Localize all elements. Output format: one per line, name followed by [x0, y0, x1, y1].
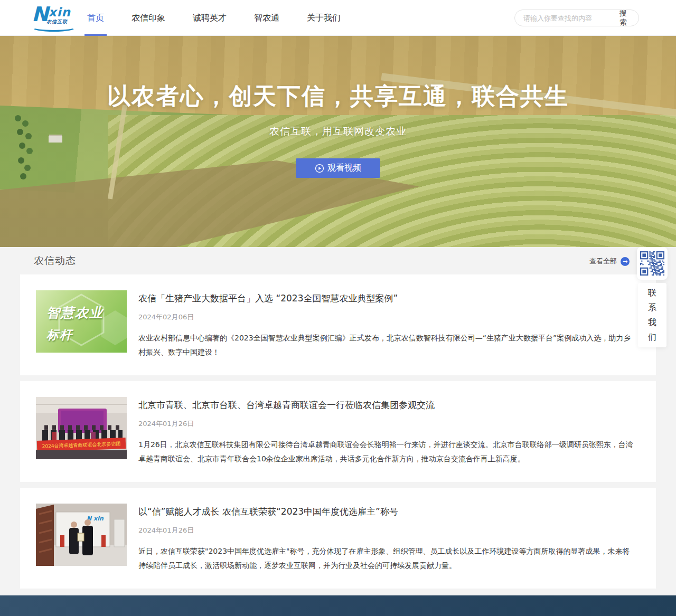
news-thumbnail-smart-agriculture: 智慧农业 标杆: [36, 290, 127, 353]
news-title[interactable]: 以“信”赋能人才成长 农信互联荣获“2023中国年度优选雇主”称号: [138, 506, 637, 517]
news-card-body: 以“信”赋能人才成长 农信互联荣获“2023中国年度优选雇主”称号 2024年0…: [138, 504, 637, 573]
news-thumbnail-award-photo: N xin: [36, 504, 127, 566]
nav-item-home[interactable]: 首页: [86, 0, 105, 36]
news-title[interactable]: 农信「生猪产业大数据平台」入选 “2023全国智慧农业典型案例”: [138, 292, 637, 304]
logo-swoosh-icon: [32, 23, 76, 32]
hero-content: 以农者心，创天下信，共享互通，联合共生 农信互联，用互联网改变农业 观看视频: [0, 36, 676, 247]
watch-video-label: 观看视频: [327, 163, 361, 174]
nav-item-about[interactable]: 关于我们: [306, 0, 342, 36]
view-all-link[interactable]: 查看全部 →: [589, 257, 630, 266]
news-thumbnail-group-photo: 2024台湾卓越青商联谊会北京参访团: [36, 397, 127, 459]
hero-banner: 以农者心，创天下信，共享互通，联合共生 农信互联，用互联网改变农业 观看视频: [0, 36, 676, 247]
news-card[interactable]: N xin 以“信”赋能人才成长 农信互联荣获“2023中国年度优选雇主”称号 …: [20, 488, 656, 589]
search-box: 搜索: [514, 10, 639, 26]
view-all-label: 查看全部: [589, 257, 617, 266]
thumbnail-caption: 智慧农业 标杆: [46, 304, 104, 343]
footer: [0, 595, 676, 616]
news-section-title: 农信动态: [34, 254, 76, 268]
qr-code-widget[interactable]: [637, 247, 668, 280]
hero-subtitle: 农信互联，用互联网改变农业: [0, 125, 676, 138]
contact-us-label: 联系我们: [647, 286, 658, 345]
news-title[interactable]: 北京市青联、北京市台联、台湾卓越青商联谊会一行莅临农信集团参观交流: [138, 399, 637, 411]
main-nav: 首页 农信印象 诚聘英才 智农通 关于我们: [86, 0, 342, 36]
hero-title: 以农者心，创天下信，共享互通，联合共生: [0, 80, 676, 112]
news-date: 2024年02月06日: [138, 312, 637, 322]
logo-letters-xin: xin: [49, 5, 71, 19]
news-description: 1月26日，北京农信互联科技集团有限公司接待台湾卓越青商联谊会会长骆明裕一行来访…: [138, 438, 637, 466]
qr-code: [640, 251, 664, 276]
news-description: 近日，农信互联荣获"2023中国年度优选雇主"称号，充分体现了在雇主形象、组织管…: [138, 544, 637, 573]
watch-video-button[interactable]: 观看视频: [296, 158, 380, 178]
search-input[interactable]: [515, 14, 613, 22]
header: N xin 农信互联 首页 农信印象 诚聘英才 智农通 关于我们 搜索: [0, 0, 676, 36]
search-button[interactable]: 搜索: [613, 10, 639, 26]
nav-item-impression[interactable]: 农信印象: [130, 0, 166, 36]
news-date: 2024年01月26日: [138, 419, 637, 429]
news-card-body: 北京市青联、北京市台联、台湾卓越青商联谊会一行莅临农信集团参观交流 2024年0…: [138, 397, 637, 466]
news-card[interactable]: 2024台湾卓越青商联谊会北京参访团 北京市青联、北京市台联、台湾卓越青商联谊会…: [20, 381, 656, 482]
news-card-body: 农信「生猪产业大数据平台」入选 “2023全国智慧农业典型案例” 2024年02…: [138, 290, 637, 359]
arrow-right-icon: →: [621, 257, 630, 266]
page: N xin 农信互联 首页 农信印象 诚聘英才 智农通 关于我们 搜索 以农者心…: [0, 0, 676, 616]
nav-item-careers[interactable]: 诚聘英才: [192, 0, 228, 36]
news-date: 2024年01月26日: [138, 526, 637, 535]
news-section: 农信动态 查看全部 → 智慧农业 标杆 农信「生猪产业大数据平台」入选 “202…: [0, 247, 676, 595]
logo[interactable]: N xin 农信互联: [32, 4, 78, 33]
nav-item-zhinongtong[interactable]: 智农通: [253, 0, 280, 36]
news-card[interactable]: 智慧农业 标杆 农信「生猪产业大数据平台」入选 “2023全国智慧农业典型案例”…: [20, 274, 656, 375]
contact-us-widget[interactable]: 联系我们: [638, 283, 666, 347]
news-description: 农业农村部信息中心编著的《2023全国智慧农业典型案例汇编》正式发布，北京农信数…: [138, 331, 637, 359]
news-section-header: 农信动态 查看全部 →: [0, 247, 676, 274]
play-icon: [315, 164, 324, 173]
